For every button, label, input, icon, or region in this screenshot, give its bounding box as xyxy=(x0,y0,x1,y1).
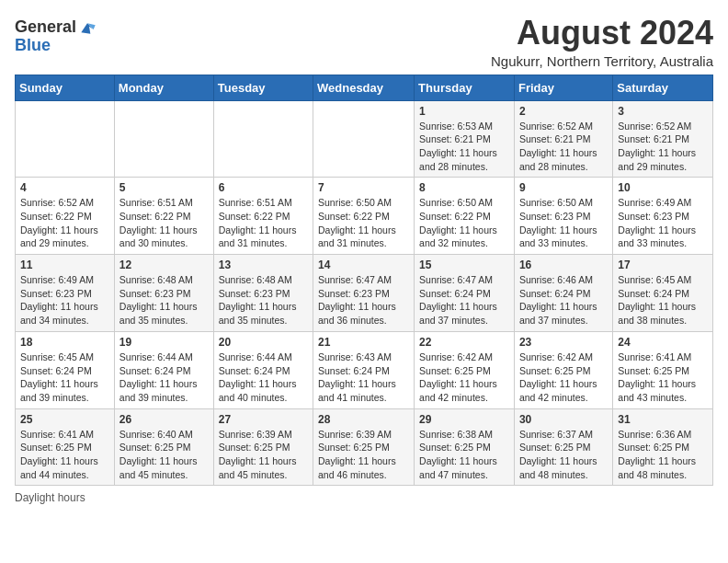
main-title: August 2024 xyxy=(491,15,713,52)
day-number: 2 xyxy=(519,105,608,118)
day-cell: 17Sunrise: 6:45 AM Sunset: 6:24 PM Dayli… xyxy=(613,255,713,332)
day-cell: 4Sunrise: 6:52 AM Sunset: 6:22 PM Daylig… xyxy=(16,178,115,255)
day-number: 6 xyxy=(219,181,308,194)
day-info: Sunrise: 6:40 AM Sunset: 6:25 PM Dayligh… xyxy=(119,428,209,482)
day-number: 24 xyxy=(618,336,708,349)
day-number: 20 xyxy=(219,336,308,349)
day-info: Sunrise: 6:48 AM Sunset: 6:23 PM Dayligh… xyxy=(219,273,308,327)
day-cell: 24Sunrise: 6:41 AM Sunset: 6:25 PM Dayli… xyxy=(613,331,713,408)
day-cell: 7Sunrise: 6:50 AM Sunset: 6:22 PM Daylig… xyxy=(313,178,415,255)
day-info: Sunrise: 6:41 AM Sunset: 6:25 PM Dayligh… xyxy=(618,350,708,405)
subtitle: Ngukurr, Northern Territory, Australia xyxy=(491,53,713,69)
day-number: 29 xyxy=(419,413,509,426)
day-number: 19 xyxy=(119,336,209,349)
day-cell: 11Sunrise: 6:49 AM Sunset: 6:23 PM Dayli… xyxy=(16,255,115,332)
day-cell: 5Sunrise: 6:51 AM Sunset: 6:22 PM Daylig… xyxy=(114,178,213,255)
day-number: 3 xyxy=(618,105,708,118)
day-cell: 22Sunrise: 6:42 AM Sunset: 6:25 PM Dayli… xyxy=(415,331,515,408)
day-info: Sunrise: 6:44 AM Sunset: 6:24 PM Dayligh… xyxy=(119,350,209,405)
day-cell: 23Sunrise: 6:42 AM Sunset: 6:25 PM Dayli… xyxy=(514,331,612,408)
day-number: 21 xyxy=(318,336,409,349)
day-number: 11 xyxy=(20,259,109,271)
day-info: Sunrise: 6:36 AM Sunset: 6:25 PM Dayligh… xyxy=(618,428,708,482)
day-number: 9 xyxy=(519,181,608,194)
day-number: 14 xyxy=(318,259,409,271)
logo-general-text: General xyxy=(15,18,76,37)
day-info: Sunrise: 6:44 AM Sunset: 6:24 PM Dayligh… xyxy=(219,350,308,405)
day-cell: 21Sunrise: 6:43 AM Sunset: 6:24 PM Dayli… xyxy=(313,331,415,408)
day-info: Sunrise: 6:53 AM Sunset: 6:21 PM Dayligh… xyxy=(419,120,509,174)
day-info: Sunrise: 6:51 AM Sunset: 6:22 PM Dayligh… xyxy=(119,196,209,250)
day-number: 12 xyxy=(119,259,209,271)
day-cell: 16Sunrise: 6:46 AM Sunset: 6:24 PM Dayli… xyxy=(514,255,612,332)
header-cell-sunday: Sunday xyxy=(16,75,115,100)
logo-bird-icon xyxy=(78,20,97,39)
day-number: 4 xyxy=(20,181,109,194)
day-cell xyxy=(16,100,115,178)
week-row-3: 18Sunrise: 6:45 AM Sunset: 6:24 PM Dayli… xyxy=(16,331,713,408)
day-info: Sunrise: 6:42 AM Sunset: 6:25 PM Dayligh… xyxy=(419,350,509,405)
day-info: Sunrise: 6:37 AM Sunset: 6:25 PM Dayligh… xyxy=(519,428,608,482)
day-info: Sunrise: 6:42 AM Sunset: 6:25 PM Dayligh… xyxy=(519,350,608,405)
header-cell-wednesday: Wednesday xyxy=(313,75,415,100)
day-number: 31 xyxy=(618,413,708,426)
day-number: 5 xyxy=(119,181,209,194)
day-info: Sunrise: 6:51 AM Sunset: 6:22 PM Dayligh… xyxy=(219,196,308,250)
day-cell: 10Sunrise: 6:49 AM Sunset: 6:23 PM Dayli… xyxy=(613,178,713,255)
day-number: 28 xyxy=(318,413,409,426)
day-cell: 19Sunrise: 6:44 AM Sunset: 6:24 PM Dayli… xyxy=(114,331,213,408)
day-cell: 27Sunrise: 6:39 AM Sunset: 6:25 PM Dayli… xyxy=(213,408,313,486)
day-cell: 18Sunrise: 6:45 AM Sunset: 6:24 PM Dayli… xyxy=(16,331,115,408)
day-info: Sunrise: 6:52 AM Sunset: 6:21 PM Dayligh… xyxy=(618,120,708,174)
day-number: 16 xyxy=(519,259,608,271)
footer-note: Daylight hours xyxy=(15,491,713,504)
day-cell: 29Sunrise: 6:38 AM Sunset: 6:25 PM Dayli… xyxy=(415,408,515,486)
day-cell: 14Sunrise: 6:47 AM Sunset: 6:23 PM Dayli… xyxy=(313,255,415,332)
day-cell: 20Sunrise: 6:44 AM Sunset: 6:24 PM Dayli… xyxy=(213,331,313,408)
day-info: Sunrise: 6:52 AM Sunset: 6:21 PM Dayligh… xyxy=(519,120,608,174)
day-info: Sunrise: 6:52 AM Sunset: 6:22 PM Dayligh… xyxy=(20,196,109,250)
week-row-0: 1Sunrise: 6:53 AM Sunset: 6:21 PM Daylig… xyxy=(16,100,713,178)
day-cell: 12Sunrise: 6:48 AM Sunset: 6:23 PM Dayli… xyxy=(114,255,213,332)
day-cell: 31Sunrise: 6:36 AM Sunset: 6:25 PM Dayli… xyxy=(613,408,713,486)
header-cell-thursday: Thursday xyxy=(415,75,515,100)
day-number: 13 xyxy=(219,259,308,271)
day-number: 22 xyxy=(419,336,509,349)
day-cell xyxy=(313,100,415,178)
day-info: Sunrise: 6:50 AM Sunset: 6:22 PM Dayligh… xyxy=(318,196,409,250)
day-cell: 1Sunrise: 6:53 AM Sunset: 6:21 PM Daylig… xyxy=(415,100,515,178)
day-cell: 25Sunrise: 6:41 AM Sunset: 6:25 PM Dayli… xyxy=(16,408,115,486)
day-info: Sunrise: 6:47 AM Sunset: 6:24 PM Dayligh… xyxy=(419,273,509,327)
header-cell-friday: Friday xyxy=(514,75,612,100)
header-row: SundayMondayTuesdayWednesdayThursdayFrid… xyxy=(16,75,713,100)
day-number: 1 xyxy=(419,105,509,118)
day-info: Sunrise: 6:50 AM Sunset: 6:22 PM Dayligh… xyxy=(419,196,509,250)
header-cell-tuesday: Tuesday xyxy=(213,75,313,100)
day-cell: 13Sunrise: 6:48 AM Sunset: 6:23 PM Dayli… xyxy=(213,255,313,332)
day-cell: 9Sunrise: 6:50 AM Sunset: 6:23 PM Daylig… xyxy=(514,178,612,255)
day-info: Sunrise: 6:39 AM Sunset: 6:25 PM Dayligh… xyxy=(318,428,409,482)
day-cell: 2Sunrise: 6:52 AM Sunset: 6:21 PM Daylig… xyxy=(514,100,612,178)
day-info: Sunrise: 6:41 AM Sunset: 6:25 PM Dayligh… xyxy=(20,428,109,482)
day-info: Sunrise: 6:49 AM Sunset: 6:23 PM Dayligh… xyxy=(20,273,109,327)
day-info: Sunrise: 6:38 AM Sunset: 6:25 PM Dayligh… xyxy=(419,428,509,482)
week-row-1: 4Sunrise: 6:52 AM Sunset: 6:22 PM Daylig… xyxy=(16,178,713,255)
day-number: 15 xyxy=(419,259,509,271)
day-number: 30 xyxy=(519,413,608,426)
day-number: 26 xyxy=(119,413,209,426)
day-info: Sunrise: 6:46 AM Sunset: 6:24 PM Dayligh… xyxy=(519,273,608,327)
day-cell: 26Sunrise: 6:40 AM Sunset: 6:25 PM Dayli… xyxy=(114,408,213,486)
calendar-body: 1Sunrise: 6:53 AM Sunset: 6:21 PM Daylig… xyxy=(16,100,713,486)
day-cell: 6Sunrise: 6:51 AM Sunset: 6:22 PM Daylig… xyxy=(213,178,313,255)
day-cell xyxy=(114,100,213,178)
day-info: Sunrise: 6:47 AM Sunset: 6:23 PM Dayligh… xyxy=(318,273,409,327)
day-info: Sunrise: 6:49 AM Sunset: 6:23 PM Dayligh… xyxy=(618,196,708,250)
day-number: 7 xyxy=(318,181,409,194)
calendar-table: SundayMondayTuesdayWednesdayThursdayFrid… xyxy=(15,75,713,487)
day-info: Sunrise: 6:45 AM Sunset: 6:24 PM Dayligh… xyxy=(618,273,708,327)
day-number: 25 xyxy=(20,413,109,426)
calendar-header: SundayMondayTuesdayWednesdayThursdayFrid… xyxy=(16,75,713,100)
day-number: 23 xyxy=(519,336,608,349)
day-info: Sunrise: 6:50 AM Sunset: 6:23 PM Dayligh… xyxy=(519,196,608,250)
week-row-4: 25Sunrise: 6:41 AM Sunset: 6:25 PM Dayli… xyxy=(16,408,713,486)
